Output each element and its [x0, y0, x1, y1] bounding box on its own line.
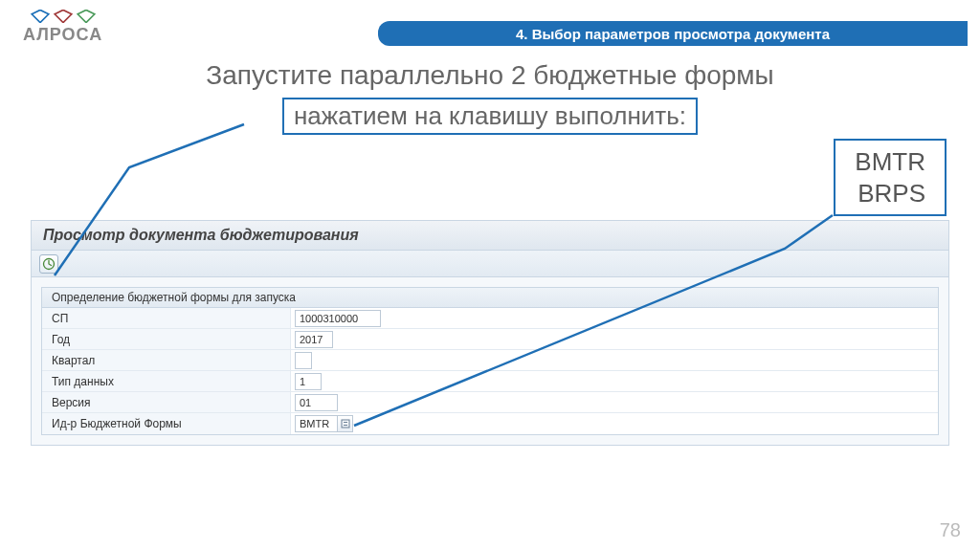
form-codes-box: BMTR BRPS	[834, 139, 947, 216]
sap-toolbar	[32, 251, 948, 277]
sap-groupbox: Определение бюджетной формы для запуска …	[41, 287, 939, 435]
brand-logo: АЛРОСА	[23, 10, 102, 45]
page-number: 78	[940, 519, 961, 541]
svg-rect-2	[344, 422, 347, 423]
instruction-line2: нажатием на клавишу выполнить:	[294, 101, 686, 130]
logo-diamond-blue	[30, 10, 51, 23]
sap-window: Просмотр документа бюджетирования Опреде…	[31, 220, 949, 446]
field-row-quarter: Квартал	[42, 350, 938, 371]
label-sp: СП	[42, 308, 291, 328]
instruction-line2-box: нажатием на клавишу выполнить:	[282, 98, 698, 135]
label-datatype: Тип данных	[42, 371, 291, 391]
form-code-1: BMTR	[855, 146, 925, 178]
svg-rect-1	[342, 420, 349, 428]
section-header: 4. Выбор параметров просмотра документа	[378, 21, 968, 46]
label-version: Версия	[42, 392, 291, 412]
field-row-sp: СП	[42, 308, 938, 329]
field-row-version: Версия	[42, 392, 938, 413]
field-row-datatype: Тип данных	[42, 371, 938, 392]
brand-name: АЛРОСА	[23, 25, 102, 45]
logo-icons	[30, 10, 97, 23]
clock-check-icon	[42, 257, 56, 271]
sap-window-title: Просмотр документа бюджетирования	[32, 221, 948, 251]
form-code-2: BRPS	[855, 178, 925, 209]
input-version[interactable]	[295, 394, 338, 411]
field-row-year: Год	[42, 329, 938, 350]
section-title: 4. Выбор параметров просмотра документа	[516, 26, 830, 42]
input-datatype[interactable]	[295, 373, 322, 390]
instruction-line1: Запустите параллельно 2 бюджетные формы	[0, 60, 980, 91]
field-row-formid: Ид-р Бюджетной Формы	[42, 413, 938, 434]
label-year: Год	[42, 329, 291, 349]
label-quarter: Квартал	[42, 350, 291, 370]
label-formid: Ид-р Бюджетной Формы	[42, 413, 291, 434]
input-year[interactable]	[295, 331, 333, 348]
value-help-icon	[341, 419, 350, 428]
value-help-button[interactable]	[338, 415, 353, 432]
logo-diamond-green	[76, 10, 97, 23]
input-formid[interactable]	[295, 415, 338, 432]
input-quarter[interactable]	[295, 352, 312, 369]
logo-diamond-red	[53, 10, 74, 23]
execute-button[interactable]	[39, 254, 58, 274]
input-sp[interactable]	[295, 310, 381, 327]
svg-rect-3	[344, 425, 347, 426]
groupbox-title: Определение бюджетной формы для запуска	[42, 288, 938, 308]
